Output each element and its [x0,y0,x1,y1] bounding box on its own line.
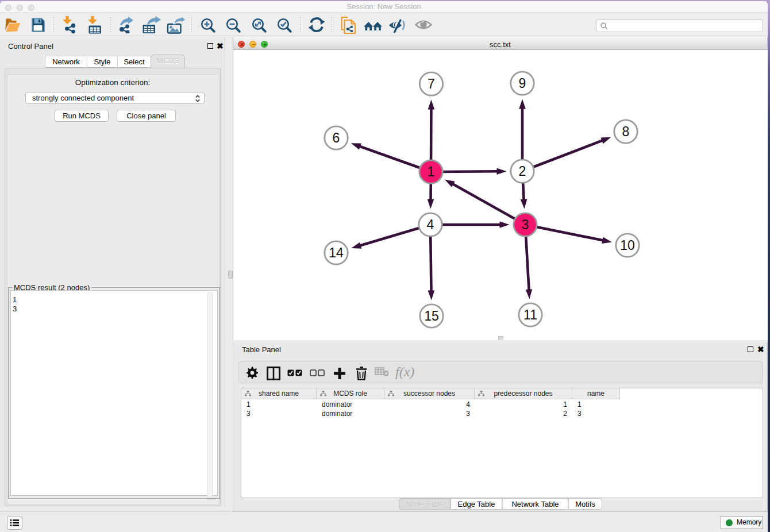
svg-text:15: 15 [424,309,439,323]
svg-text:3: 3 [522,217,529,232]
svg-text:9: 9 [519,76,526,91]
svg-text:14: 14 [329,245,344,260]
svg-text:10: 10 [620,238,635,253]
svg-text:8: 8 [622,124,630,139]
svg-text:7: 7 [428,76,435,91]
svg-text:4: 4 [427,217,434,232]
svg-text:1: 1 [428,164,435,179]
svg-text:11: 11 [523,307,537,322]
svg-text:6: 6 [333,130,340,145]
svg-text:2: 2 [519,164,526,179]
